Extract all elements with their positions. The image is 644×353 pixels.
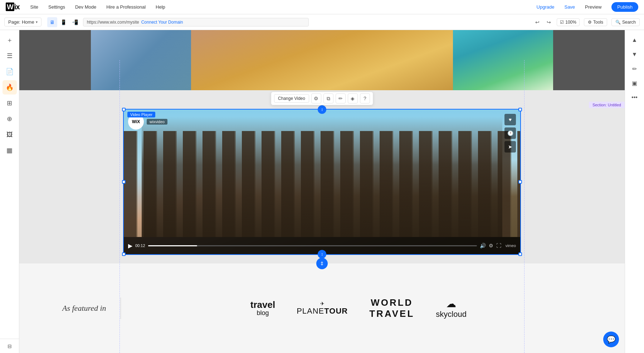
move-up-icon[interactable]: ▲: [629, 34, 640, 46]
image-strip: [19, 30, 625, 90]
featured-section: As featured in travelblog ✈ PLANETOUR WO…: [19, 263, 625, 353]
video-player-label: Video Player: [127, 112, 155, 117]
undo-redo-group: ↩ ↪: [532, 17, 554, 27]
more-icon[interactable]: •••: [629, 92, 640, 103]
wixvideo-text: wixvideo: [147, 119, 167, 125]
play-button[interactable]: ▶: [128, 242, 132, 249]
logo-planetour: ✈ PLANETOUR: [297, 301, 348, 316]
layout-icon[interactable]: ▣: [629, 77, 640, 89]
nav-site[interactable]: Site: [28, 3, 40, 11]
nav-settings[interactable]: Settings: [46, 3, 67, 11]
change-video-button[interactable]: Change Video: [274, 94, 309, 103]
logo-worldtravel: WORLD TRAVEL: [369, 297, 414, 319]
sidebar-elements-icon[interactable]: ⊕: [3, 112, 17, 126]
zoom-checkbox-icon: ☑: [560, 20, 564, 25]
tools-label: Tools: [593, 20, 603, 25]
layers-bar[interactable]: ⊟: [0, 339, 19, 353]
left-sidebar: ＋ ☰ 📄 🔥 ⊞ ⊕ 🖼 ▦: [0, 30, 19, 353]
zoom-control[interactable]: ☑ 100%: [557, 18, 580, 26]
sidebar-apps-icon[interactable]: ⊞: [3, 96, 17, 110]
tools-button[interactable]: ⚙ Tools: [584, 18, 607, 26]
settings-icon[interactable]: ⚙: [311, 93, 321, 103]
zoom-level: 100%: [565, 20, 576, 25]
nav-help[interactable]: Help: [153, 3, 167, 11]
nav-devmode[interactable]: Dev Mode: [73, 3, 98, 11]
top-nav: Wix Site Settings Dev Mode Hire a Profes…: [0, 0, 644, 14]
move-down-icon[interactable]: ▼: [629, 49, 640, 60]
help-icon[interactable]: ?: [360, 93, 370, 103]
video-action-icons: ♥ 🕐 ➤: [504, 114, 516, 153]
section-separator-button[interactable]: ⇕: [316, 258, 328, 269]
mobile-icon[interactable]: 📲: [70, 17, 80, 27]
progress-fill: [148, 245, 197, 246]
tablet-icon[interactable]: 📱: [59, 17, 69, 27]
fullscreen-icon[interactable]: ⛶: [496, 243, 501, 248]
save-button[interactable]: Save: [564, 4, 575, 10]
resize-handle-bottom-right[interactable]: [518, 252, 522, 256]
vimeo-logo: vimeo: [506, 243, 516, 248]
resize-handle-top[interactable]: ↕: [318, 105, 326, 114]
image-center: [191, 30, 453, 90]
featured-in-text: As featured in: [62, 304, 106, 313]
search-label: Search: [622, 20, 636, 25]
publish-button[interactable]: Publish: [611, 2, 638, 12]
share-icon[interactable]: ➤: [504, 141, 516, 153]
video-inner: WiX wixvideo ♥ 🕐 ➤ ▶ 00:12 🔊 ⚙ ⛶ vim: [124, 110, 520, 254]
clock-icon[interactable]: 🕐: [504, 127, 516, 139]
wix-logo: Wix: [6, 3, 20, 11]
section-label[interactable]: Section: Untitled: [589, 102, 625, 108]
sidebar-media-icon[interactable]: 🖼: [3, 127, 17, 142]
search-icon: 🔍: [615, 20, 621, 25]
right-sidebar: ▲ ▼ ✏ ▣ •••: [625, 30, 644, 353]
pen-tool-icon[interactable]: ✏: [336, 93, 346, 103]
chevron-down-icon: ▾: [36, 20, 38, 24]
resize-handle-left[interactable]: [122, 180, 126, 184]
sidebar-fire-icon[interactable]: 🔥: [3, 80, 17, 95]
second-toolbar: Page: Home ▾ 🖥 📱 📲 https://www.wix.com/m…: [0, 14, 644, 30]
undo-button[interactable]: ↩: [532, 17, 542, 27]
url-text: https://www.wix.com/mysite: [87, 20, 139, 25]
resize-handle-bottom-left[interactable]: [122, 252, 126, 256]
quality-icon[interactable]: ⚙: [489, 243, 493, 248]
video-player[interactable]: ↕ ↕ WiX wixvideo ♥ 🕐: [123, 109, 521, 255]
resize-handle-bottom[interactable]: ↕: [318, 250, 326, 258]
page-label: Page:: [8, 19, 20, 25]
tools-icon: ⚙: [588, 20, 592, 25]
device-icons: 🖥 📱 📲: [47, 17, 80, 27]
image-left: [91, 30, 191, 90]
sidebar-sections-icon[interactable]: ▦: [3, 143, 17, 158]
logo-travel-blog: travelblog: [250, 300, 275, 317]
code-icon[interactable]: ◈: [348, 93, 358, 103]
pen-icon[interactable]: ✏: [629, 63, 640, 74]
video-toolbar: Change Video ⚙ ⧉ ✏ ◈ ?: [271, 92, 373, 105]
resize-handle-top-left[interactable]: [122, 108, 126, 111]
connect-domain-link[interactable]: Connect Your Domain: [141, 20, 183, 25]
resize-handle-right[interactable]: [518, 180, 522, 184]
volume-icon[interactable]: 🔊: [480, 243, 486, 248]
resize-handle-top-right[interactable]: [518, 108, 522, 111]
sidebar-pages-icon[interactable]: 📄: [3, 64, 17, 79]
chat-button[interactable]: 💬: [603, 332, 619, 347]
sidebar-layers-icon[interactable]: ☰: [3, 49, 17, 63]
page-selector[interactable]: Page: Home ▾: [4, 18, 42, 26]
desktop-icon[interactable]: 🖥: [47, 17, 57, 27]
featured-divider: [121, 298, 121, 319]
layers-icon[interactable]: ⧉: [323, 93, 333, 103]
canvas: Change Video ⚙ ⧉ ✏ ◈ ? Video Player Sect…: [19, 30, 625, 353]
url-bar: https://www.wix.com/mysite Connect Your …: [83, 18, 309, 26]
sidebar-add-icon[interactable]: ＋: [3, 33, 17, 47]
layers-icon: ⊟: [8, 343, 12, 349]
logo-group: travelblog ✈ PLANETOUR WORLD TRAVEL ☁ sk…: [135, 297, 582, 319]
progress-bar[interactable]: [148, 245, 477, 246]
image-right: [453, 30, 553, 90]
preview-button[interactable]: Preview: [585, 4, 601, 10]
logo-skycloud: ☁ skycloud: [436, 298, 467, 319]
time-display: 00:12: [135, 243, 145, 248]
heart-icon[interactable]: ♥: [504, 114, 516, 125]
search-button[interactable]: 🔍 Search: [611, 18, 640, 26]
redo-button[interactable]: ↪: [544, 17, 554, 27]
upgrade-button[interactable]: Upgrade: [537, 4, 555, 10]
nav-hire[interactable]: Hire a Professional: [104, 3, 148, 11]
page-name: Home: [22, 19, 34, 25]
